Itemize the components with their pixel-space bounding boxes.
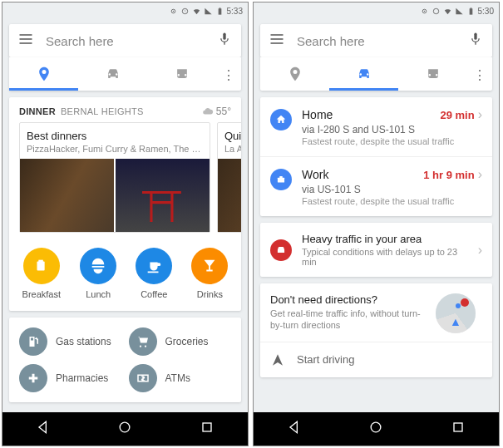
signal-icon: [204, 7, 213, 16]
cart-icon: [136, 334, 150, 349]
dest-work[interactable]: Work1 hr 9 min› via US-101 S Fastest rou…: [260, 157, 492, 216]
carousel-sub: La Alt: [218, 144, 241, 159]
category-row: Breakfast Lunch Coffee Drinks: [9, 241, 241, 311]
coffee-icon: [145, 257, 163, 275]
svg-rect-20: [278, 178, 284, 183]
pharmacy-icon: [26, 371, 41, 386]
svg-rect-5: [223, 33, 225, 40]
svg-rect-13: [203, 423, 211, 431]
srv-groceries[interactable]: Groceries: [129, 327, 232, 356]
nav-recent[interactable]: [199, 419, 215, 439]
gas-icon: [26, 334, 41, 349]
nav-home[interactable]: [116, 419, 133, 439]
svg-rect-8: [31, 338, 33, 341]
start-driving-button[interactable]: Start driving: [260, 342, 492, 377]
promo-card: Don't need directions? Get real-time tra…: [260, 283, 492, 377]
tab-explore[interactable]: [260, 59, 329, 91]
carousel-sub: PizzaHacker, Fumi Curry & Ramen, The Fro…: [20, 144, 210, 159]
content-driving: Home29 min› via I-280 S and US-101 S Fas…: [254, 91, 499, 412]
services-card: Gas stations Groceries Pharmacies ATMs: [9, 318, 241, 402]
chevron-right-icon: ›: [478, 167, 482, 182]
svg-point-22: [372, 422, 382, 432]
traffic-card[interactable]: Heavy traffic in your area Typical condi…: [260, 223, 492, 277]
search-placeholder: Search here: [297, 34, 467, 48]
mic-icon[interactable]: [467, 31, 484, 51]
svg-rect-23: [454, 423, 462, 431]
cat-drinks[interactable]: Drinks: [191, 248, 228, 299]
cat-coffee[interactable]: Coffee: [136, 248, 172, 299]
battery-icon: [215, 7, 224, 16]
svg-rect-17: [469, 8, 472, 14]
traffic-icon: [270, 239, 292, 261]
tab-driving[interactable]: [78, 59, 147, 91]
nav-recent[interactable]: [450, 419, 466, 439]
wifi-icon: [192, 7, 201, 16]
mic-icon[interactable]: [216, 31, 233, 51]
svg-rect-18: [470, 7, 471, 8]
nav-home[interactable]: [367, 419, 384, 439]
srv-pharmacies[interactable]: Pharmacies: [19, 364, 122, 392]
nav-back[interactable]: [286, 419, 303, 439]
svg-point-16: [433, 8, 438, 13]
tab-transit[interactable]: [398, 59, 467, 91]
svg-rect-6: [37, 262, 44, 271]
overflow-icon[interactable]: ⋮: [216, 67, 241, 83]
status-time: 5:33: [227, 7, 243, 16]
phone-explore: 5:33 Search here ⋮ DINNER BERNAL HEIGHTS…: [2, 2, 249, 446]
search-bar[interactable]: Search here: [260, 24, 492, 57]
search-placeholder: Search here: [46, 34, 216, 48]
navigation-icon: [270, 352, 285, 367]
phone-driving: 5:30 Search here ⋮ Home29 min› via I-280…: [253, 2, 500, 446]
dest-home[interactable]: Home29 min› via I-280 S and US-101 S Fas…: [260, 97, 492, 157]
overflow-icon[interactable]: ⋮: [467, 67, 492, 83]
cloud-icon: [202, 106, 214, 117]
carousel[interactable]: Best dinners PizzaHacker, Fumi Curry & R…: [9, 122, 241, 241]
destinations-card: Home29 min› via I-280 S and US-101 S Fas…: [260, 97, 492, 216]
svg-rect-19: [474, 33, 476, 40]
sync-icon: [431, 7, 441, 16]
svg-point-1: [172, 10, 173, 11]
weather: 55°: [202, 106, 231, 117]
status-bar: 5:30: [254, 2, 499, 19]
signal-icon: [455, 7, 464, 16]
promo-row[interactable]: Don't need directions? Get real-time tra…: [260, 283, 492, 342]
dinner-card: DINNER BERNAL HEIGHTS 55° Best dinners P…: [9, 97, 241, 311]
tab-explore[interactable]: [9, 59, 78, 91]
hamburger-icon[interactable]: [269, 31, 285, 51]
srv-atms[interactable]: ATMs: [129, 364, 232, 392]
svg-rect-3: [218, 8, 221, 14]
location-icon: [420, 7, 429, 16]
carousel-title: Quick: [218, 123, 241, 144]
drinks-icon: [200, 257, 219, 275]
content-explore: DINNER BERNAL HEIGHTS 55° Best dinners P…: [2, 91, 248, 412]
tab-driving[interactable]: [329, 59, 398, 91]
cat-lunch[interactable]: Lunch: [80, 248, 116, 299]
atm-icon: [136, 371, 150, 386]
search-bar[interactable]: Search here: [9, 24, 241, 57]
nav-back[interactable]: [35, 419, 52, 439]
tab-transit[interactable]: [147, 59, 216, 91]
section-location: BERNAL HEIGHTS: [61, 106, 144, 116]
carousel-title: Best dinners: [20, 123, 210, 144]
tabs: ⋮: [9, 57, 241, 91]
tabs: ⋮: [260, 57, 492, 91]
promo-map-icon: ▲: [436, 293, 482, 330]
home-icon: [270, 109, 292, 130]
chevron-right-icon: ›: [478, 243, 482, 258]
status-bar: 5:33: [2, 2, 248, 19]
carousel-card[interactable]: Best dinners PizzaHacker, Fumi Curry & R…: [19, 122, 210, 233]
hamburger-icon[interactable]: [17, 31, 34, 51]
carousel-image: Fumi Curry & Ramen: [116, 159, 210, 232]
srv-gas[interactable]: Gas stations: [19, 327, 122, 356]
carousel-card[interactable]: Quick La Alt: [217, 122, 241, 233]
svg-point-12: [121, 422, 131, 432]
battery-icon: [466, 7, 476, 16]
lunch-icon: [89, 257, 107, 275]
cat-breakfast[interactable]: Breakfast: [22, 248, 61, 299]
wifi-icon: [443, 7, 452, 16]
work-icon: [270, 169, 292, 190]
carousel-image: [20, 159, 114, 232]
svg-rect-21: [279, 176, 283, 178]
breakfast-icon: [32, 257, 51, 275]
svg-rect-7: [38, 260, 43, 263]
